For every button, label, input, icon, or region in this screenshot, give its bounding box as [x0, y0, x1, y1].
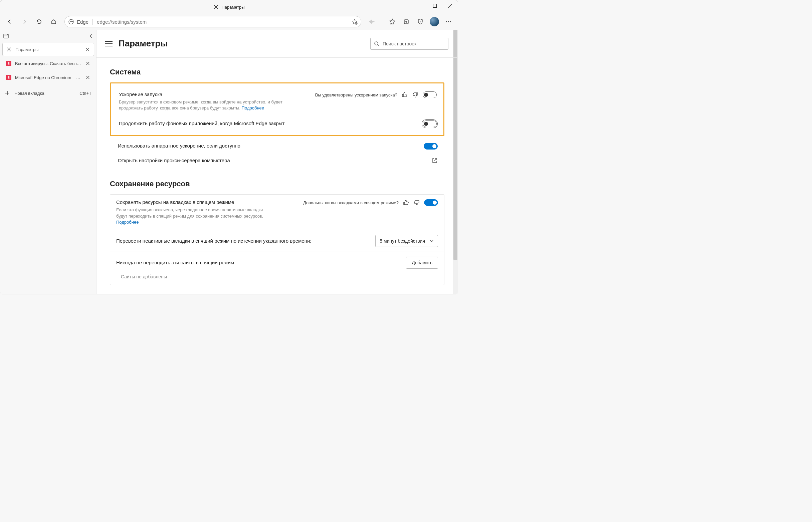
close-tab-icon[interactable]	[85, 75, 91, 80]
thumbs-up-icon[interactable]	[403, 199, 409, 206]
feedback-prompt: Вы удовлетворены ускорением запуска?	[315, 93, 397, 98]
scrollbar[interactable]	[453, 30, 458, 294]
svg-point-5	[69, 19, 74, 24]
reload-button[interactable]	[33, 15, 46, 28]
svg-rect-2	[433, 4, 436, 7]
collections-button[interactable]	[400, 15, 413, 28]
avatar	[430, 17, 439, 26]
svg-point-10	[450, 21, 451, 22]
menu-button[interactable]	[442, 15, 455, 28]
gear-icon	[6, 46, 12, 53]
thumbs-up-icon[interactable]	[401, 92, 408, 98]
close-tab-icon[interactable]	[84, 46, 91, 53]
setting-hw-accel: Использовать аппаратное ускорение, если …	[110, 139, 444, 154]
edge-icon	[68, 19, 74, 25]
chevron-down-icon	[430, 239, 434, 243]
profile-button[interactable]	[428, 15, 441, 28]
learn-more-link[interactable]: Подробнее	[242, 105, 264, 111]
favorites-button[interactable]	[385, 15, 399, 28]
home-button[interactable]	[47, 15, 60, 28]
close-tab-icon[interactable]	[85, 60, 91, 66]
tab-antivirus[interactable]: ⬇ Все антивирусы. Скачать беспл...	[2, 57, 94, 70]
forward-button[interactable]	[18, 15, 31, 28]
section-heading-resources: Сохранение ресурсов	[110, 180, 444, 188]
tab-label: Все антивирусы. Скачать беспл...	[15, 61, 81, 66]
page-title: Параметры	[119, 38, 168, 49]
toolbar: Edge edge://settings/system	[0, 14, 458, 30]
settings-content: Параметры Поиск настроек Система Ускорен…	[97, 30, 458, 294]
tab-actions-icon[interactable]	[3, 33, 9, 39]
tab-label: Параметры	[15, 47, 81, 52]
vertical-tabs-sidebar: Параметры ⬇ Все антивирусы. Скачать бесп…	[0, 30, 97, 294]
resources-card: Сохранять ресурсы на вкладках в спящем р…	[110, 194, 444, 285]
minimize-button[interactable]	[412, 0, 427, 11]
plus-icon	[5, 91, 10, 96]
address-bar[interactable]: Edge edge://settings/system	[64, 16, 361, 27]
toggle-background-apps[interactable]	[423, 120, 437, 127]
settings-menu-button[interactable]	[105, 41, 113, 46]
new-tab-label: Новая вкладка	[14, 91, 44, 96]
no-sites-text: Сайты не добавлены	[116, 273, 167, 280]
setting-startup-boost: Ускорение запуска Браузер запустится в ф…	[111, 87, 443, 115]
site-favicon: ⬇	[6, 60, 12, 66]
back-button[interactable]	[3, 15, 16, 28]
thumbs-down-icon[interactable]	[413, 199, 420, 206]
tab-settings[interactable]: Параметры	[2, 43, 94, 56]
setting-proxy[interactable]: Открыть настройки прокси-сервера компьют…	[110, 154, 444, 167]
toggle-hw-accel[interactable]	[424, 143, 438, 149]
site-favicon: ⬇	[6, 75, 12, 80]
maximize-button[interactable]	[427, 0, 442, 11]
tab-edge-chromium[interactable]: ⬇ Microsoft Edge на Chromium – Н...	[2, 71, 94, 84]
titlebar: Параметры	[0, 0, 458, 14]
extension-button[interactable]	[365, 15, 379, 28]
search-icon	[374, 41, 379, 46]
toggle-startup-boost[interactable]	[423, 92, 437, 98]
svg-point-19	[375, 42, 378, 45]
tab-label: Microsoft Edge на Chromium – Н...	[15, 75, 81, 80]
feedback-prompt: Довольны ли вы вкладками в спящем режиме…	[303, 200, 399, 205]
gear-icon	[213, 4, 219, 10]
url-text: edge://settings/system	[97, 19, 349, 25]
setting-sleeping-tabs: Сохранять ресурсы на вкладках в спящем р…	[110, 195, 444, 230]
new-tab-button[interactable]: Новая вкладка Ctrl+T	[0, 86, 96, 100]
new-tab-shortcut: Ctrl+T	[79, 91, 92, 96]
security-button[interactable]	[414, 15, 427, 28]
svg-point-8	[446, 21, 447, 22]
toggle-sleeping-tabs[interactable]	[424, 199, 438, 206]
svg-point-9	[448, 21, 449, 22]
add-site-button[interactable]: Добавить	[406, 257, 438, 269]
close-button[interactable]	[442, 0, 458, 11]
app-label: Edge	[77, 19, 88, 25]
external-link-icon	[432, 158, 438, 163]
setting-never-sleep: Никогда не переводить эти сайты в спящий…	[110, 252, 444, 285]
svg-point-12	[8, 49, 10, 50]
learn-more-link[interactable]: Подробнее	[116, 220, 139, 225]
favorites-star-icon[interactable]	[352, 19, 358, 25]
svg-point-0	[215, 6, 217, 8]
thumbs-down-icon[interactable]	[412, 92, 419, 98]
timeout-select[interactable]: 5 минут бездействия	[375, 235, 438, 247]
setting-background-apps: Продолжить работу фоновых приложений, ко…	[111, 115, 443, 131]
window-title: Параметры	[221, 5, 244, 10]
settings-search-input[interactable]: Поиск настроек	[370, 38, 449, 50]
highlighted-settings: Ускорение запуска Браузер запустится в ф…	[110, 82, 444, 136]
section-heading-system: Система	[110, 68, 444, 76]
collapse-icon[interactable]	[89, 34, 94, 38]
setting-sleep-timeout: Перевести неактивные вкладки в спящий ре…	[110, 230, 444, 252]
